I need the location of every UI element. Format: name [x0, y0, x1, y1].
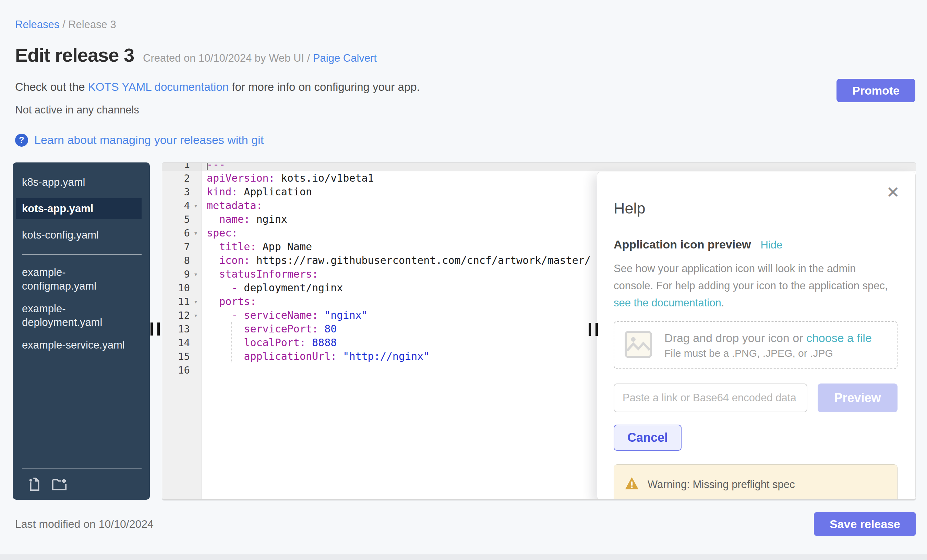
fold-spacer — [190, 212, 202, 226]
gutter-line-11: 11▾ — [162, 295, 202, 308]
title-row: Edit release 3 Created on 10/10/2024 by … — [15, 44, 927, 66]
gutter-line-1: 1 — [162, 163, 202, 171]
line-number: 1 — [184, 163, 190, 171]
gutter-line-14: 14 — [162, 336, 202, 349]
file-sidebar: k8s-app.yamlkots-app.yamlkots-config.yam… — [13, 162, 150, 500]
line-number: 6 — [184, 226, 190, 240]
git-releases-link[interactable]: Learn about managing your releases with … — [34, 133, 264, 147]
code-editor: 1234▾56▾789▾1011▾12▾13141516 ---apiVersi… — [162, 162, 916, 500]
line-number: 5 — [184, 212, 190, 226]
help-question-icon: ? — [15, 134, 28, 147]
gutter-line-16: 16 — [162, 363, 202, 377]
main-content: k8s-app.yamlkots-app.yamlkots-config.yam… — [0, 162, 927, 500]
line-number: 7 — [184, 240, 190, 253]
icon-url-input[interactable] — [614, 384, 807, 412]
git-link-row: ? Learn about managing your releases wit… — [15, 133, 927, 147]
channel-status: Not active in any channels — [15, 104, 927, 116]
gutter-line-10: 10 — [162, 281, 202, 295]
fold-spacer — [190, 281, 202, 295]
fold-arrow-icon[interactable]: ▾ — [190, 308, 202, 322]
sidebar-file-kots-app.yaml[interactable]: kots-app.yaml — [16, 198, 141, 219]
preview-button[interactable]: Preview — [818, 384, 898, 412]
breadcrumb: Releases / Release 3 — [0, 0, 927, 31]
drop-zone-text: Drag and drop your icon or choose a file — [664, 331, 872, 344]
drop-zone-hint: File must be a .PNG, .JPEG, or .JPG — [664, 348, 872, 359]
code-line-1[interactable]: --- — [202, 163, 916, 171]
sidebar-bottom-divider — [22, 469, 141, 469]
icon-preview-title: Application icon preview — [614, 238, 751, 251]
gutter-line-4: 4▾ — [162, 199, 202, 212]
gutter-line-2: 2 — [162, 171, 202, 185]
sidebar-bottom — [22, 469, 141, 492]
close-icon[interactable]: ✕ — [886, 184, 900, 200]
line-number: 12 — [178, 308, 190, 322]
line-number: 14 — [178, 336, 190, 349]
line-number: 3 — [184, 185, 190, 199]
page-scrollbar[interactable] — [0, 554, 927, 560]
footer: Last modified on 10/10/2024 Save release — [15, 512, 916, 536]
page-title: Edit release 3 — [15, 44, 134, 66]
breadcrumb-current: Release 3 — [68, 18, 116, 30]
sidebar-resize-handle[interactable] — [150, 322, 160, 335]
gutter-line-15: 15 — [162, 349, 202, 363]
image-placeholder-icon — [623, 329, 653, 361]
fold-arrow-icon[interactable]: ▾ — [190, 226, 202, 240]
gutter-line-5: 5 — [162, 212, 202, 226]
gutter-line-8: 8 — [162, 253, 202, 267]
gutter-line-6: 6▾ — [162, 226, 202, 240]
sidebar-file-example-service.yaml[interactable]: example-service.yaml — [22, 338, 135, 352]
fold-spacer — [190, 163, 202, 171]
line-number: 9 — [184, 267, 190, 281]
see-documentation-link[interactable]: see the documentation — [614, 297, 721, 309]
fold-spacer — [190, 240, 202, 253]
new-folder-icon[interactable] — [52, 477, 67, 492]
created-info: Created on 10/10/2024 by Web UI / Paige … — [143, 52, 377, 64]
fold-arrow-icon[interactable]: ▾ — [190, 295, 202, 308]
fold-spacer — [190, 322, 202, 336]
cancel-button[interactable]: Cancel — [614, 425, 682, 451]
choose-file-link[interactable]: choose a file — [806, 331, 872, 344]
gutter-line-12: 12▾ — [162, 308, 202, 322]
editor-gutter: 1234▾56▾789▾1011▾12▾13141516 — [162, 163, 202, 499]
hide-link[interactable]: Hide — [761, 239, 783, 251]
sidebar-file-example-configmap.yaml[interactable]: example-configmap.yaml — [22, 266, 135, 293]
gutter-line-7: 7 — [162, 240, 202, 253]
sidebar-file-k8s-app.yaml[interactable]: k8s-app.yaml — [22, 176, 135, 189]
fold-spacer — [190, 363, 202, 377]
save-release-button[interactable]: Save release — [814, 512, 916, 536]
editor-gutter-lines: 1234▾56▾789▾1011▾12▾13141516 — [162, 163, 202, 377]
last-modified-text: Last modified on 10/10/2024 — [15, 518, 153, 531]
line-number: 11 — [178, 295, 190, 308]
file-list: k8s-app.yamlkots-app.yamlkots-config.yam… — [13, 162, 150, 352]
kots-yaml-doc-link[interactable]: KOTS YAML documentation — [88, 80, 229, 93]
help-body: See how your application icon will look … — [614, 260, 898, 311]
gutter-line-13: 13 — [162, 322, 202, 336]
line-number: 8 — [184, 253, 190, 267]
promote-button[interactable]: Promote — [836, 79, 915, 102]
line-number: 4 — [184, 199, 190, 212]
fold-spacer — [190, 185, 202, 199]
doc-line: Check out the KOTS YAML documentation fo… — [15, 80, 927, 94]
breadcrumb-separator: / — [62, 18, 65, 30]
fold-spacer — [190, 349, 202, 363]
help-panel-resize-handle[interactable] — [589, 323, 598, 336]
warning-triangle-icon — [624, 476, 639, 493]
new-file-icon[interactable] — [27, 477, 43, 492]
gutter-line-3: 3 — [162, 185, 202, 199]
fold-spacer — [190, 253, 202, 267]
line-number: 13 — [178, 322, 190, 336]
help-panel: ✕ Help Application icon preview Hide See… — [597, 172, 916, 500]
sidebar-file-example-deployment.yaml[interactable]: example-deployment.yaml — [22, 302, 135, 329]
icon-drop-zone[interactable]: Drag and drop your icon or choose a file… — [614, 321, 898, 369]
fold-arrow-icon[interactable]: ▾ — [190, 199, 202, 212]
help-body-text: See how your application icon will look … — [614, 263, 888, 291]
created-author-link[interactable]: Paige Calvert — [313, 52, 377, 64]
help-body-suffix: . — [721, 297, 724, 309]
warning-title: Warning: Missing preflight spec — [647, 478, 795, 491]
breadcrumb-releases-link[interactable]: Releases — [15, 18, 59, 30]
sidebar-file-kots-config.yaml[interactable]: kots-config.yaml — [22, 228, 135, 242]
gutter-line-9: 9▾ — [162, 267, 202, 281]
fold-spacer — [190, 336, 202, 349]
warning-box: Warning: Missing preflight spec Warning … — [614, 464, 898, 500]
fold-arrow-icon[interactable]: ▾ — [190, 267, 202, 281]
